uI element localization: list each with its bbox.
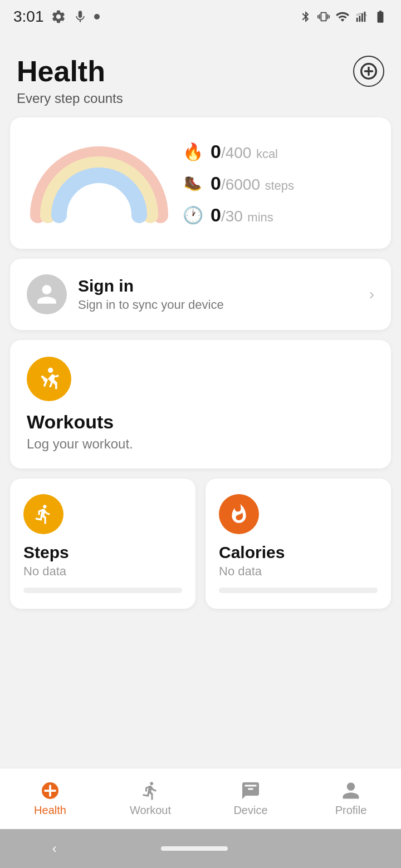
svg-rect-3	[364, 12, 366, 22]
signin-text: Sign in Sign in to sync your device	[78, 277, 358, 312]
steps-goal: /6000	[221, 176, 260, 193]
status-time: 3:01	[13, 8, 44, 26]
stats-list: 🔥 0/400 kcal 🥾 0/6000 steps 🕐 0/30 mins	[183, 141, 374, 226]
minutes-unit: mins	[247, 210, 273, 224]
calories-card[interactable]: Calories No data	[206, 479, 391, 609]
minutes-current: 0	[211, 204, 221, 225]
device-nav-icon	[241, 781, 261, 801]
nav-device[interactable]: Device	[200, 768, 301, 829]
main-content: Health Every step counts	[0, 33, 401, 730]
calories-stat: 🔥 0/400 kcal	[183, 141, 374, 162]
calories-unit: kcal	[256, 147, 278, 161]
user-icon	[35, 283, 58, 306]
back-button[interactable]: ‹	[52, 841, 57, 856]
minutes-icon: 🕐	[183, 205, 203, 225]
svg-point-7	[48, 368, 53, 373]
steps-card-title: Steps	[23, 543, 182, 562]
signin-title: Sign in	[78, 277, 358, 295]
workouts-card[interactable]: Workouts Log your workout.	[10, 340, 391, 468]
steps-card-subtitle: No data	[23, 564, 182, 579]
profile-nav-label: Profile	[335, 804, 367, 817]
steps-card[interactable]: Steps No data	[10, 479, 195, 609]
page-subtitle: Every step counts	[17, 91, 123, 106]
chevron-right-icon: ›	[369, 285, 374, 303]
svg-rect-1	[359, 16, 360, 22]
workout-nav-icon	[140, 781, 160, 801]
svg-rect-2	[361, 14, 363, 22]
signin-subtitle: Sign in to sync your device	[78, 298, 358, 312]
settings-icon	[51, 9, 66, 24]
calories-card-subtitle: No data	[219, 564, 378, 579]
nav-profile[interactable]: Profile	[301, 768, 401, 829]
calories-progress-bar	[219, 588, 378, 593]
grid-section: Steps No data Calories No data	[10, 479, 391, 609]
avatar	[27, 274, 67, 314]
calories-icon-circle	[219, 494, 259, 534]
flame-icon	[228, 504, 250, 525]
bluetooth-icon	[300, 11, 312, 23]
workouts-title: Workouts	[27, 411, 374, 433]
workout-nav-label: Workout	[130, 804, 171, 817]
dot-icon	[94, 14, 100, 19]
minutes-goal: /30	[221, 208, 243, 225]
calories-card-title: Calories	[219, 543, 378, 562]
footsteps-icon	[33, 504, 54, 525]
home-indicator[interactable]	[161, 846, 228, 851]
calories-icon: 🔥	[183, 142, 203, 161]
steps-current: 0	[211, 172, 221, 194]
health-nav-icon	[40, 781, 60, 801]
header-text: Health Every step counts	[17, 56, 123, 106]
signal-icon	[355, 11, 368, 23]
steps-icon: 🥾	[183, 175, 203, 192]
svg-rect-0	[356, 18, 358, 22]
page-header: Health Every step counts	[0, 39, 401, 117]
vibrate-icon	[317, 11, 330, 23]
runner-icon	[37, 367, 61, 391]
steps-icon-circle	[23, 494, 63, 534]
bottom-nav: Health Workout Device Profile	[0, 768, 401, 829]
signin-card[interactable]: Sign in Sign in to sync your device ›	[10, 259, 391, 330]
calories-goal: /400	[221, 144, 252, 161]
health-nav-label: Health	[34, 804, 66, 817]
mic-icon	[73, 9, 87, 24]
add-button[interactable]	[353, 56, 384, 87]
calories-current: 0	[211, 141, 221, 162]
system-nav-bar: ‹	[0, 829, 401, 868]
profile-nav-icon	[341, 781, 361, 801]
minutes-stat: 🕐 0/30 mins	[183, 204, 374, 226]
steps-unit: steps	[265, 179, 294, 193]
page-title: Health	[17, 56, 123, 87]
battery-icon	[373, 9, 388, 24]
nav-health[interactable]: Health	[0, 768, 100, 829]
workout-icon-circle	[27, 357, 71, 401]
device-nav-label: Device	[233, 804, 267, 817]
status-right-icons	[300, 9, 388, 24]
stats-card: 🔥 0/400 kcal 🥾 0/6000 steps 🕐 0/30 mins	[10, 117, 391, 249]
wifi-icon	[335, 9, 350, 24]
steps-stat: 🥾 0/6000 steps	[183, 172, 374, 194]
nav-workout[interactable]: Workout	[100, 768, 200, 829]
activity-rainbow	[27, 137, 172, 229]
status-bar: 3:01	[0, 0, 401, 33]
steps-progress-bar	[23, 588, 182, 593]
workouts-subtitle: Log your workout.	[27, 436, 374, 452]
